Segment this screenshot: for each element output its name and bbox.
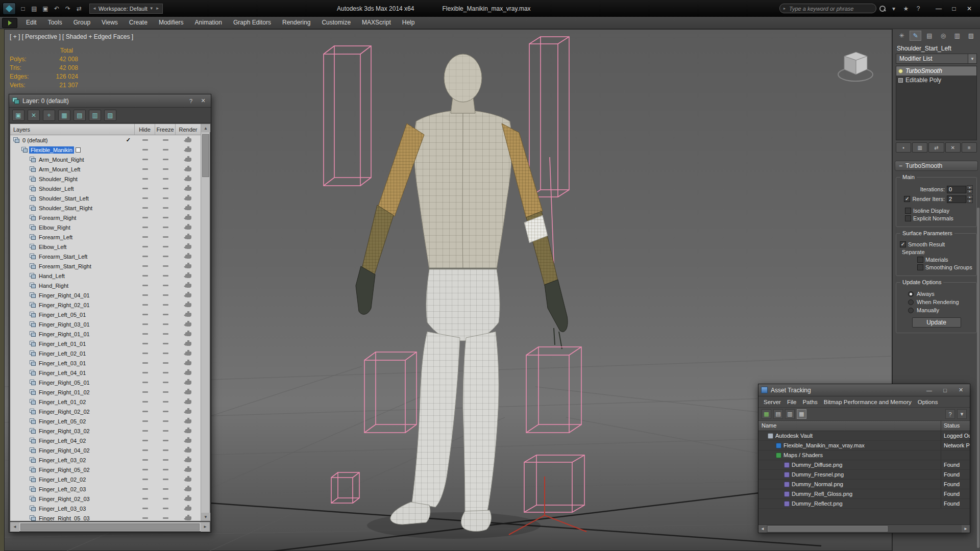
max-logo-icon[interactable]	[2, 18, 17, 28]
layer-name[interactable]: Finger_Left_03_01	[37, 360, 87, 367]
title-bar[interactable]: □▤▣↶↷⇄ ◄ Workspace: Default ▼ ► Autodesk…	[0, 0, 980, 17]
freeze-toggle-icon[interactable]	[163, 391, 168, 393]
layer-name[interactable]: Arm_Mount_Right	[37, 156, 86, 163]
scroll-down-icon[interactable]: ▼	[201, 513, 210, 521]
render-toggle-icon[interactable]	[185, 226, 191, 230]
hide-toggle-icon[interactable]	[142, 139, 148, 141]
freeze-toggle-icon[interactable]	[163, 304, 168, 306]
tab-motion-icon[interactable]: ◎	[938, 31, 949, 41]
layer-name[interactable]: Finger_Right_04_02	[37, 447, 91, 454]
smooth-result-checkbox[interactable]: ✓	[900, 241, 906, 247]
vertical-scroll-thumb[interactable]	[202, 134, 209, 177]
freeze-toggle-icon[interactable]	[163, 227, 168, 228]
hide-toggle-icon[interactable]	[142, 459, 148, 461]
asset-tracking-window[interactable]: Asset Tracking — □ ✕ ServerFilePathsBitm…	[758, 384, 970, 533]
hide-toggle-icon[interactable]	[142, 362, 148, 364]
asset-row[interactable]: Maps / Shaders	[758, 450, 970, 460]
active-layer-checkbox[interactable]	[76, 147, 81, 153]
freeze-toggle-icon[interactable]	[163, 508, 168, 509]
layer-row[interactable]: Shoulder_Right ✓	[10, 174, 201, 184]
horizontal-scroll-thumb[interactable]	[768, 526, 888, 532]
save-file-icon[interactable]: ▣	[40, 4, 51, 14]
materials-checkbox[interactable]: ✓	[917, 257, 923, 263]
layer-row[interactable]: Finger_Left_04_02 ✓	[10, 436, 201, 445]
layer-name[interactable]: Finger_Left_01_02	[37, 398, 87, 406]
hide-toggle-icon[interactable]	[142, 227, 148, 228]
show-end-result-icon[interactable]: ▥	[912, 142, 927, 153]
hide-toggle-icon[interactable]	[142, 420, 148, 422]
layer-name[interactable]: Finger_Right_05_01	[37, 379, 91, 386]
viewcube[interactable]	[838, 52, 873, 81]
scroll-right-icon[interactable]: ►	[962, 525, 970, 533]
explicit-normals-checkbox[interactable]: ✓	[905, 215, 911, 221]
hide-toggle-icon[interactable]	[142, 479, 148, 480]
at-menu-item[interactable]: File	[784, 399, 800, 405]
render-toggle-icon[interactable]	[185, 410, 191, 414]
asset-horizontal-scrollbar[interactable]: ◄ ►	[758, 524, 970, 533]
render-iters-spinner[interactable]: 2 ▲▼	[947, 195, 973, 203]
at-menu-item[interactable]: Paths	[799, 399, 820, 405]
hide-toggle-icon[interactable]	[142, 149, 148, 151]
menu-item[interactable]: Modifiers	[153, 17, 189, 29]
freeze-toggle-icon[interactable]	[163, 256, 168, 257]
hide-toggle-icon[interactable]	[142, 188, 148, 189]
modifier-icon[interactable]	[898, 69, 903, 73]
layer-row[interactable]: Elbow_Left ✓	[10, 242, 201, 252]
render-toggle-icon[interactable]	[185, 439, 191, 443]
layer-name[interactable]: Forearm_Left	[37, 234, 74, 241]
freeze-toggle-icon[interactable]	[163, 236, 168, 238]
tab-display-icon[interactable]: ▥	[951, 31, 963, 41]
freeze-toggle-icon[interactable]	[163, 440, 168, 441]
menu-item[interactable]: Edit	[20, 17, 42, 29]
undo-icon[interactable]: ↶	[52, 4, 62, 14]
layer-dialog-close-icon[interactable]: ✕	[199, 97, 208, 105]
delete-layer-icon[interactable]: ✕	[28, 110, 40, 121]
freeze-toggle-icon[interactable]	[163, 197, 168, 199]
pin-stack-icon[interactable]: ▪	[896, 142, 911, 153]
layer-name[interactable]: Arm_Mount_Left	[37, 166, 82, 173]
workspace-prev-icon[interactable]: ◄	[92, 6, 96, 11]
freeze-toggle-icon[interactable]	[163, 333, 168, 335]
layer-name[interactable]: Shoulder_Left	[37, 185, 76, 192]
render-toggle-icon[interactable]	[185, 419, 191, 423]
layer-name[interactable]: Elbow_Left	[37, 243, 68, 251]
hide-toggle-icon[interactable]	[142, 517, 148, 519]
modifier-stack-row[interactable]: Editable Poly	[896, 76, 976, 85]
hide-toggle-icon[interactable]	[142, 391, 148, 393]
layer-name[interactable]: Finger_Left_03_02	[37, 457, 87, 464]
layer-name[interactable]: Finger_Right_05_02	[37, 466, 91, 473]
render-toggle-icon[interactable]	[185, 332, 191, 336]
layer-row[interactable]: Shoulder_Left ✓	[10, 184, 201, 193]
minimize-button[interactable]: —	[931, 3, 946, 14]
hide-toggle-icon[interactable]	[142, 246, 148, 247]
render-toggle-icon[interactable]	[185, 138, 191, 142]
layer-row[interactable]: Finger_Right_02_01 ✓	[10, 300, 201, 310]
export-table-icon[interactable]: ▦	[762, 409, 771, 419]
select-objects-in-layer-icon[interactable]: ▦	[58, 110, 70, 121]
layer-name[interactable]: Hand_Right	[37, 282, 70, 289]
column-hide[interactable]: Hide	[135, 124, 155, 135]
layer-name[interactable]: Finger_Right_03_01	[37, 321, 91, 328]
hide-toggle-icon[interactable]	[142, 256, 148, 257]
freeze-toggle-icon[interactable]	[163, 449, 168, 451]
layer-row[interactable]: Finger_Right_05_01 ✓	[10, 378, 201, 387]
layer-properties-icon[interactable]: ▨	[104, 110, 116, 121]
layer-row[interactable]: Finger_Left_01_01 ✓	[10, 339, 201, 348]
freeze-toggle-icon[interactable]	[163, 517, 168, 519]
layer-name[interactable]: Flexible_Manikin	[29, 146, 74, 154]
render-iters-checkbox[interactable]: ✓	[904, 196, 910, 202]
layer-dialog-help-icon[interactable]: ?	[186, 97, 195, 105]
layer-name[interactable]: Finger_Left_01_01	[37, 340, 87, 347]
layer-row[interactable]: Finger_Right_04_02 ✓	[10, 445, 201, 455]
asset-row[interactable]: Dummy_Normal.png Found	[758, 480, 970, 489]
modifier-list-dropdown[interactable]: Modifier List ▼	[896, 54, 977, 64]
render-toggle-icon[interactable]	[185, 284, 191, 288]
hide-toggle-icon[interactable]	[142, 343, 148, 344]
layer-row[interactable]: Finger_Right_02_03 ✓	[10, 494, 201, 504]
layer-row[interactable]: Finger_Right_05_02 ✓	[10, 465, 201, 474]
workspace-selector[interactable]: ◄ Workspace: Default ▼ ►	[89, 4, 163, 14]
freeze-toggle-icon[interactable]	[163, 430, 168, 432]
help-icon[interactable]: ?	[945, 409, 955, 419]
update-option-radio[interactable]: Manually	[908, 307, 974, 313]
render-toggle-icon[interactable]	[185, 516, 191, 520]
